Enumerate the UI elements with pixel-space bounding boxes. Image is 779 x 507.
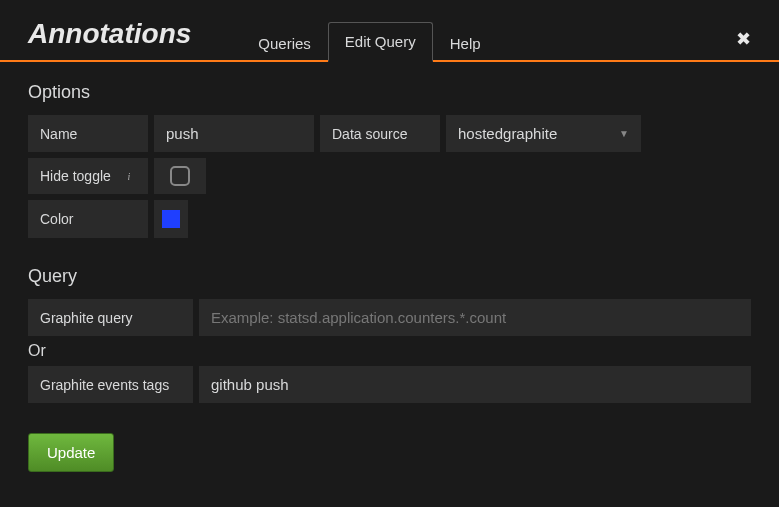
modal-header: Annotations Queries Edit Query Help ✖	[0, 0, 779, 62]
tab-edit-query[interactable]: Edit Query	[328, 22, 433, 62]
hide-toggle-label: Hide toggle i	[28, 158, 148, 194]
color-swatch	[162, 210, 180, 228]
modal-title: Annotations	[28, 18, 191, 60]
datasource-value: hostedgraphite	[458, 125, 557, 142]
chevron-down-icon: ▼	[619, 128, 629, 139]
hide-toggle-checkbox[interactable]	[170, 166, 190, 186]
graphite-query-input[interactable]	[199, 299, 751, 336]
or-label: Or	[28, 342, 751, 360]
query-section-title: Query	[28, 266, 751, 287]
options-row-name: Name Data source hostedgraphite ▼	[28, 115, 751, 152]
name-label: Name	[28, 115, 148, 152]
tab-queries[interactable]: Queries	[241, 24, 328, 62]
query-row-events-tags: Graphite events tags	[28, 366, 751, 403]
modal-body: Options Name Data source hostedgraphite …	[0, 62, 779, 492]
info-icon[interactable]: i	[122, 169, 136, 183]
options-row-color: Color	[28, 200, 751, 238]
annotations-modal: Annotations Queries Edit Query Help ✖ Op…	[0, 0, 779, 507]
events-tags-label: Graphite events tags	[28, 366, 193, 403]
hide-toggle-checkbox-container	[154, 158, 206, 194]
options-section-title: Options	[28, 82, 751, 103]
tabs: Queries Edit Query Help	[241, 22, 497, 60]
datasource-select[interactable]: hostedgraphite ▼	[446, 115, 641, 152]
tab-help[interactable]: Help	[433, 24, 498, 62]
query-row-graphite: Graphite query	[28, 299, 751, 336]
events-tags-input[interactable]	[199, 366, 751, 403]
graphite-query-label: Graphite query	[28, 299, 193, 336]
datasource-label: Data source	[320, 115, 440, 152]
close-icon[interactable]: ✖	[736, 28, 751, 50]
color-label: Color	[28, 200, 148, 238]
name-input[interactable]	[154, 115, 314, 152]
options-row-hide-toggle: Hide toggle i	[28, 158, 751, 194]
color-picker[interactable]	[154, 200, 188, 238]
update-button[interactable]: Update	[28, 433, 114, 472]
